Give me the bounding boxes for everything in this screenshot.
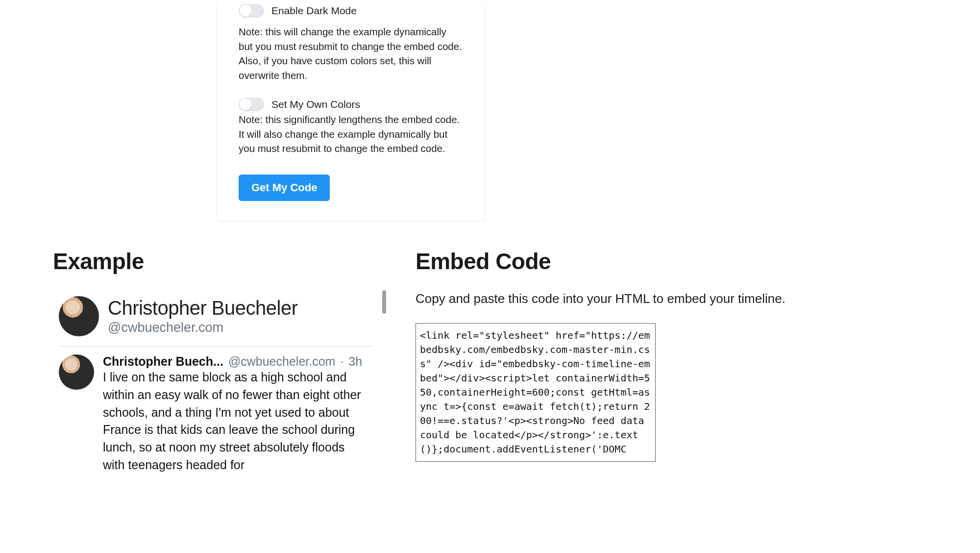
embed-heading: Embed Code: [416, 248, 927, 275]
get-my-code-button[interactable]: Get My Code: [239, 175, 330, 201]
post-header: Christopher Buech... @cwbuecheler.com · …: [103, 354, 369, 369]
embed-column: Embed Code Copy and paste this code into…: [416, 248, 927, 474]
profile-name[interactable]: Christopher Buecheler: [108, 297, 298, 319]
own-colors-note: Note: this significantly lengthens the e…: [239, 112, 463, 156]
embed-description: Copy and paste this code into your HTML …: [416, 289, 927, 308]
post-sep: ·: [340, 354, 343, 369]
dark-mode-toggle[interactable]: [239, 4, 264, 18]
avatar[interactable]: [59, 296, 99, 336]
example-preview: Christopher Buecheler @cwbuecheler.com C…: [53, 289, 386, 474]
content-columns: Example Christopher Buecheler @cwbuechel…: [0, 248, 980, 474]
example-heading: Example: [53, 248, 386, 275]
example-column: Example Christopher Buecheler @cwbuechel…: [53, 248, 386, 474]
post-avatar[interactable]: [59, 354, 94, 390]
post: Christopher Buech... @cwbuecheler.com · …: [53, 354, 386, 474]
dark-mode-note: Note: this will change the example dynam…: [239, 25, 463, 83]
post-text: I live on the same block as a high schoo…: [103, 369, 369, 474]
embed-code-box[interactable]: <link rel="stylesheet" href="https://emb…: [416, 323, 656, 462]
profile-info: Christopher Buecheler @cwbuecheler.com: [108, 297, 298, 335]
own-colors-toggle[interactable]: [239, 98, 264, 111]
post-body: Christopher Buech... @cwbuecheler.com · …: [103, 354, 386, 474]
dark-mode-label: Enable Dark Mode: [271, 5, 357, 17]
own-colors-row: Set My Own Colors: [239, 98, 463, 111]
own-colors-label: Set My Own Colors: [271, 99, 360, 110]
profile-header: Christopher Buecheler @cwbuecheler.com: [53, 289, 386, 346]
profile-handle[interactable]: @cwbuecheler.com: [108, 320, 298, 335]
settings-card: Enable Dark Mode Note: this will change …: [216, 4, 486, 221]
post-author[interactable]: Christopher Buech...: [103, 354, 223, 369]
post-time[interactable]: 3h: [348, 354, 362, 369]
dark-mode-row: Enable Dark Mode: [239, 4, 463, 18]
divider: [59, 346, 372, 347]
example-scrollbar-thumb[interactable]: [382, 290, 386, 314]
example-scrollbar[interactable]: [382, 290, 386, 447]
post-handle[interactable]: @cwbuecheler.com: [228, 354, 336, 369]
